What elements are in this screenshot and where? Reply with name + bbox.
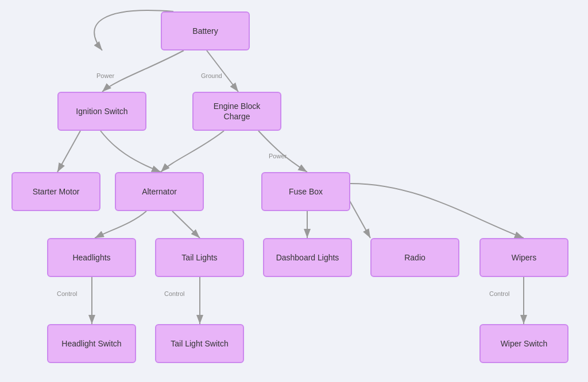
node-ignition[interactable]: Ignition Switch	[57, 92, 146, 131]
node-taillights[interactable]: Tail Lights	[155, 238, 244, 277]
node-wiperswitch[interactable]: Wiper Switch	[479, 324, 568, 363]
label-power-1: Power	[96, 72, 114, 79]
label-control-1: Control	[57, 290, 77, 297]
label-control-2: Control	[164, 290, 184, 297]
diagram-container: Power Ground Power Control Control Contr…	[0, 0, 588, 382]
node-taillightswitch[interactable]: Tail Light Switch	[155, 324, 244, 363]
node-radio[interactable]: Radio	[370, 238, 459, 277]
node-fusebox[interactable]: Fuse Box	[261, 172, 350, 211]
label-ground: Ground	[201, 72, 222, 79]
node-headlights[interactable]: Headlights	[47, 238, 136, 277]
node-headlightswitch[interactable]: Headlight Switch	[47, 324, 136, 363]
node-engine[interactable]: Engine BlockCharge	[192, 92, 281, 131]
node-alternator[interactable]: Alternator	[115, 172, 204, 211]
node-battery[interactable]: Battery	[161, 11, 250, 50]
node-dashboard[interactable]: Dashboard Lights	[263, 238, 352, 277]
node-wipers[interactable]: Wipers	[479, 238, 568, 277]
label-control-3: Control	[489, 290, 509, 297]
label-power-2: Power	[269, 153, 287, 159]
node-starter[interactable]: Starter Motor	[11, 172, 100, 211]
